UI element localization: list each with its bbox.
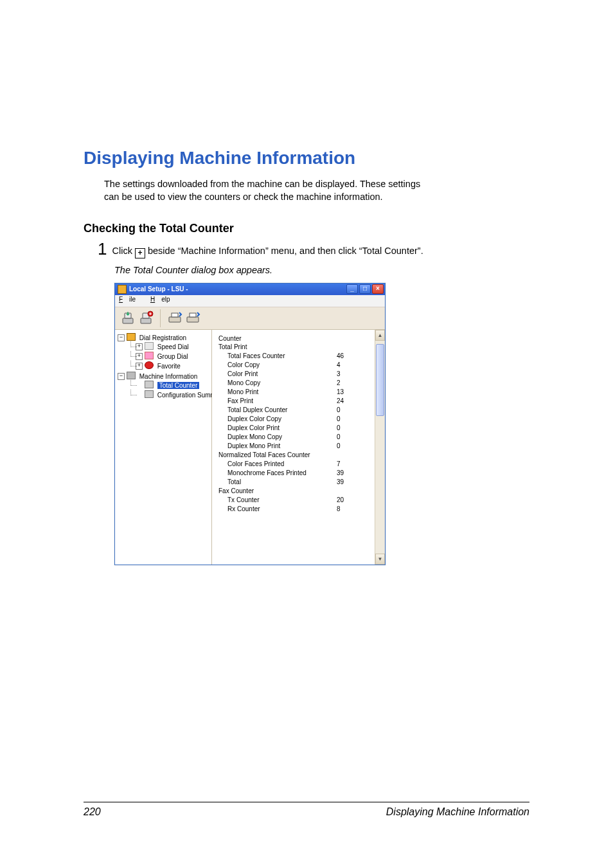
intro-line-2: can be used to view the counters or chec… (104, 192, 383, 202)
counter-value: 13 (337, 388, 344, 395)
svg-rect-7 (187, 317, 199, 322)
counter-value: 3 (337, 370, 341, 377)
counter-row: Total Faces Counter46 (218, 352, 378, 359)
toolbar-separator (160, 309, 161, 327)
counter-key: Duplex Mono Print (227, 442, 337, 449)
counter-key: Color Print (227, 370, 337, 377)
footer-section: Displaying Machine Information (386, 806, 529, 818)
counter-value: 46 (337, 352, 344, 359)
counter-key: Tx Counter (227, 496, 337, 503)
maximize-button[interactable]: □ (359, 284, 371, 294)
tree-total-counter[interactable]: Total Counter (136, 380, 210, 390)
page-number: 220 (84, 806, 101, 818)
upload-to-machine-icon[interactable] (138, 311, 154, 326)
expand-icon[interactable]: + (136, 353, 143, 360)
tree-group-label: Group Dial (157, 353, 188, 360)
group-dial-icon (145, 352, 154, 359)
total-counter-icon (145, 381, 154, 388)
local-setup-window: Local Setup - LSU - _ □ × File Help (114, 283, 386, 565)
scroll-up-arrow[interactable]: ▲ (375, 330, 385, 341)
toolbar (115, 307, 385, 330)
counter-row: Mono Print13 (218, 388, 378, 395)
config-summary-icon (145, 390, 154, 398)
menu-file[interactable]: File (119, 296, 142, 303)
scroll-down-arrow[interactable]: ▼ (375, 554, 385, 565)
minimize-button[interactable]: _ (346, 284, 358, 294)
counter-value: 24 (337, 397, 344, 404)
dialog-caption: The Total Counter dialog box appears. (114, 265, 529, 275)
counter-value: 0 (337, 433, 341, 440)
counter-key: Duplex Mono Copy (227, 433, 337, 440)
counter-key: Total Faces Counter (227, 352, 337, 359)
tree-root[interactable]: − Dial Registration + Speed Dial + (118, 332, 210, 371)
counter-value: 0 (337, 442, 341, 449)
counter-row: Rx Counter8 (218, 505, 378, 512)
machine-info-icon (127, 372, 136, 379)
counter-row: Monochrome Faces Printed39 (218, 469, 378, 476)
tree-total-label: Total Counter (157, 382, 199, 389)
tree-speed-label: Speed Dial (157, 343, 189, 350)
collapse-icon[interactable]: − (118, 334, 125, 341)
counter-row: Tx Counter20 (218, 496, 378, 503)
collapse-icon[interactable]: − (118, 373, 125, 380)
counter-value: 2 (337, 379, 341, 386)
counter-key: Duplex Color Print (227, 424, 337, 431)
plus-icon: + (135, 248, 145, 258)
dial-registration-icon (127, 333, 136, 341)
counter-row: Color Copy4 (218, 361, 378, 368)
svg-rect-5 (169, 317, 181, 322)
counter-value: 0 (337, 406, 341, 413)
svg-rect-8 (190, 313, 196, 317)
counter-row: Duplex Color Copy0 (218, 415, 378, 422)
counter-row: Fax Print24 (218, 397, 378, 404)
counter-key: Color Copy (227, 361, 337, 368)
scroll-thumb[interactable] (376, 344, 384, 416)
window-title: Local Setup - LSU - (129, 285, 346, 293)
vertical-scrollbar[interactable]: ▲ ▼ (375, 330, 385, 565)
tree-machine-label: Machine Information (139, 373, 198, 380)
counter-key: Total (227, 478, 337, 485)
tree-favorite[interactable]: + Favorite (136, 361, 210, 370)
close-button[interactable]: × (372, 284, 384, 294)
step-1: 1 Click + beside “Machine Information” m… (98, 240, 529, 258)
counter-row: Duplex Color Print0 (218, 424, 378, 431)
counter-value: 4 (337, 361, 341, 368)
tree-favorite-label: Favorite (157, 363, 181, 370)
intro-paragraph: The settings downloaded from the machine… (104, 177, 529, 204)
counter-key: Fax Print (227, 397, 337, 404)
counter-row: Duplex Mono Print0 (218, 442, 378, 449)
step-number: 1 (98, 240, 107, 257)
menu-help[interactable]: Help (150, 296, 177, 303)
tree-speed-dial[interactable]: + Speed Dial (136, 341, 210, 351)
expand-icon[interactable]: + (136, 343, 143, 350)
tree-group-dial[interactable]: + Group Dial (136, 351, 210, 361)
printer-download-icon[interactable] (167, 311, 182, 326)
svg-rect-6 (172, 313, 178, 317)
printer-upload-icon[interactable] (185, 311, 200, 326)
counter-value: 39 (337, 469, 344, 476)
step-text-b: beside “Machine Information” menu, and t… (148, 246, 423, 256)
tree-root-label: Dial Registration (139, 334, 186, 341)
counter-value: 8 (337, 505, 341, 512)
subheading: Checking the Total Counter (84, 222, 529, 235)
counter-key: Mono Copy (227, 379, 337, 386)
tree-config-summary[interactable]: Configuration Summary (136, 390, 210, 399)
counter-value: 0 (337, 424, 341, 431)
window-titlebar: Local Setup - LSU - _ □ × (115, 284, 385, 295)
tree-machine-info[interactable]: − Machine Information Total Counter Conf… (118, 371, 210, 400)
favorite-icon (145, 361, 154, 369)
expand-icon[interactable]: + (136, 363, 143, 370)
counter-key: Duplex Color Copy (227, 415, 337, 422)
counter-row: Total39 (218, 478, 378, 485)
fax-counter-header: Fax Counter (218, 487, 378, 494)
counter-header: Counter (218, 335, 378, 342)
content-pane: ▲ ▼ Counter Total Print Total Faces Coun… (212, 330, 385, 565)
download-from-machine-icon[interactable] (120, 311, 136, 326)
intro-line-1: The settings downloaded from the machine… (104, 179, 420, 189)
counter-key: Monochrome Faces Printed (227, 469, 337, 476)
step-text: Click + beside “Machine Information” men… (112, 240, 423, 258)
counter-row: Color Faces Printed7 (218, 460, 378, 467)
menu-bar: File Help (115, 295, 385, 307)
counter-key: Color Faces Printed (227, 460, 337, 467)
counter-row: Total Duplex Counter0 (218, 406, 378, 413)
